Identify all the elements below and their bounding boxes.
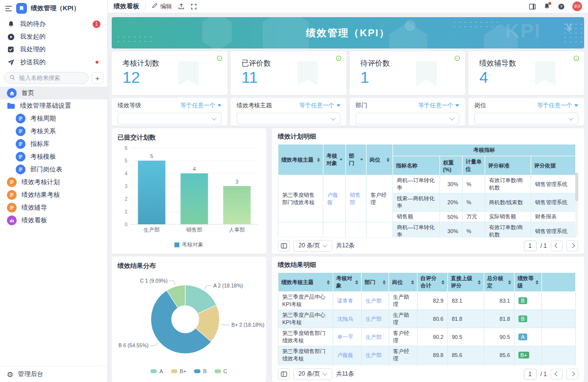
sub-column-header[interactable]: 评分依据 (531, 156, 576, 175)
share-icon[interactable] (178, 3, 185, 10)
sidebar-item-绩效考核计划[interactable]: 绩效考核计划 (0, 176, 107, 189)
person-link[interactable]: 卢薇薇 (327, 192, 338, 205)
sidebar-item-指标库[interactable]: 指标库 (0, 138, 107, 150)
column-header[interactable]: 自评分合计 (417, 273, 448, 292)
sidebar-item-考核模板[interactable]: 考核模板 (0, 150, 107, 163)
sidebar-item-部门岗位表[interactable]: 部门岗位表 (0, 163, 107, 176)
admin-backend-link[interactable]: ⚙ 管理后台 (0, 366, 107, 382)
user-avatar[interactable]: 张滨 (572, 1, 582, 11)
page-number-input[interactable]: 1 (524, 369, 537, 380)
column-header[interactable]: 岗位 (389, 273, 417, 292)
filter-operator-dropdown[interactable]: 等于任意一个 (180, 101, 221, 110)
columns-settings-button[interactable] (278, 368, 290, 380)
table-row[interactable]: 第三季度销售部门绩效考核卢薇薇销售部客户经理商机—订单转化率30%%有效订单数/… (278, 175, 576, 193)
dept-link[interactable]: 生产部 (366, 334, 382, 340)
next-page-button[interactable] (566, 369, 578, 380)
dept-link[interactable]: 销售部 (350, 192, 361, 205)
help-icon[interactable]: ? (558, 3, 565, 10)
collapse-menu-icon[interactable] (5, 5, 12, 12)
filter-value-select[interactable] (118, 113, 221, 124)
sub-column-header[interactable]: 权重 (%) (440, 156, 463, 175)
table-row[interactable]: 第三季度销售部门绩效考核卢薇薇生产部客户经理89.885.685.6B+ (278, 346, 576, 364)
column-header[interactable]: 直接上级评分 (448, 273, 484, 292)
sort-icon[interactable] (508, 280, 511, 285)
info-icon[interactable] (336, 55, 342, 61)
sort-icon[interactable] (355, 280, 358, 285)
columns-settings-button[interactable] (278, 240, 290, 252)
sidebar-item-绩效管理基础设置[interactable]: 绩效管理基础设置 (0, 99, 107, 112)
filter-value-select[interactable] (356, 113, 460, 124)
column-header[interactable]: 绩效等级 (514, 273, 542, 292)
sub-column-header[interactable]: 评分标准 (485, 156, 531, 175)
dept-link[interactable]: 生产部 (366, 298, 382, 304)
legend-item-考核对象[interactable]: 考核对象 (174, 241, 203, 248)
sort-icon[interactable] (387, 158, 390, 162)
person-link[interactable]: 沈拖马 (337, 316, 353, 322)
dept-link[interactable]: 生产部 (366, 316, 382, 322)
table-row[interactable]: 第三季度产品中心KPI考核谌青青生产部生产助理82.983.183.1B (278, 292, 576, 310)
sidebar-item-我发起的[interactable]: 我发起的 (0, 30, 107, 43)
sidebar-item-考核关系[interactable]: 考核关系 (0, 125, 107, 138)
filter-value-select[interactable] (237, 113, 341, 124)
info-icon[interactable] (573, 55, 579, 61)
sub-column-header[interactable]: 计量单位 (463, 156, 485, 175)
person-link[interactable]: 卢薇薇 (337, 352, 353, 358)
table-row[interactable]: 第三季度产品中心KPI考核沈拖马生产部生产助理80.681.881.8B (278, 310, 576, 328)
legend-item-A[interactable]: A (150, 368, 163, 374)
sort-icon[interactable] (317, 158, 320, 162)
sort-icon[interactable] (478, 280, 481, 285)
sidebar-item-考核周期[interactable]: 考核周期 (0, 112, 107, 125)
legend-item-B+[interactable]: B+ (171, 368, 187, 374)
sidebar-item-我的待办[interactable]: 我的待办1 (0, 18, 107, 30)
page-size-select[interactable]: 20 条/页 (294, 240, 332, 252)
panel-toggle-icon[interactable] (529, 3, 536, 10)
sort-icon[interactable] (441, 280, 444, 285)
filter-operator-dropdown[interactable]: 等于任意一个 (418, 101, 459, 110)
sidebar-item-绩效辅导[interactable]: 绩效辅导 (0, 201, 107, 214)
table-row[interactable]: 第三季度销售部门绩效考核单一平生产部客户经理90.290.590.5A (278, 328, 576, 346)
info-icon[interactable] (217, 55, 222, 61)
column-header[interactable]: 部门 (346, 144, 367, 175)
legend-item-C[interactable]: C (215, 368, 227, 374)
column-header[interactable]: 考核对象 (333, 273, 362, 292)
sidebar-item-绩效看板[interactable]: 绩效看板 (0, 214, 107, 227)
sort-icon[interactable] (411, 280, 414, 285)
plan-table-scrollbar[interactable] (575, 172, 578, 236)
filter-caret-icon[interactable] (340, 159, 343, 161)
column-header[interactable]: 岗位 (367, 144, 393, 175)
next-page-button[interactable] (566, 240, 578, 251)
dept-link[interactable]: 生产部 (366, 352, 382, 358)
person-link[interactable]: 单一平 (337, 334, 353, 340)
tab-dashboard[interactable]: 绩效看板 (114, 2, 139, 11)
filter-caret-icon[interactable] (360, 159, 363, 161)
sort-icon[interactable] (327, 280, 330, 285)
table-row[interactable]: 第三季度销售部门绩效考核张滨销售部客户经理商机—订单转化率30%%有效订单数/商… (278, 222, 576, 238)
person-link[interactable]: 谌青青 (337, 298, 353, 304)
fullscreen-icon[interactable] (191, 3, 197, 10)
column-header[interactable]: 部门 (362, 273, 389, 292)
sidebar-item-抄送我的[interactable]: 抄送我的 (0, 56, 107, 69)
page-size-select[interactable]: 20 条/页 (294, 368, 332, 380)
filter-operator-dropdown[interactable]: 等于任意一个 (299, 101, 341, 110)
column-header[interactable]: 总分核定 (484, 273, 514, 292)
sort-icon[interactable] (536, 280, 539, 285)
prev-page-button[interactable] (551, 240, 563, 251)
column-header[interactable]: 绩效考核主题 (278, 144, 323, 175)
search-box[interactable] (4, 72, 89, 84)
notification-bell-icon[interactable] (543, 3, 550, 10)
filter-value-select[interactable] (474, 113, 578, 124)
filter-operator-dropdown[interactable]: 等于任意一个 (537, 101, 578, 110)
sidebar-item-首页[interactable]: 首页 (0, 87, 107, 99)
info-icon[interactable] (454, 55, 460, 61)
sort-icon[interactable] (383, 280, 386, 285)
search-input[interactable] (18, 74, 83, 82)
sub-column-header[interactable]: 指标名称 (393, 156, 440, 175)
table-row[interactable]: 第三季度销售部门绩效考核张滨生产部客户经理868080B (278, 364, 576, 366)
column-header[interactable]: 考核对象 (323, 144, 346, 175)
column-header[interactable]: 绩效考核主题 (278, 273, 333, 292)
add-button[interactable]: + (92, 72, 103, 84)
sidebar-item-绩效结果考核[interactable]: 绩效结果考核 (0, 189, 107, 201)
edit-button[interactable]: 编辑 (151, 2, 172, 11)
page-number-input[interactable]: 1 (524, 240, 537, 251)
legend-item-B[interactable]: B (194, 368, 206, 374)
